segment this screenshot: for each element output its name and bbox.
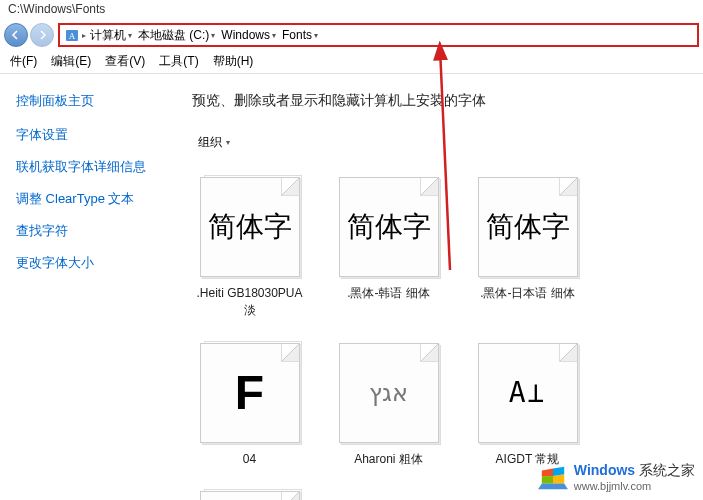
svg-marker-3 bbox=[542, 476, 553, 483]
breadcrumb-label: Fonts bbox=[282, 28, 312, 42]
font-preview-text: 简体字 bbox=[486, 208, 570, 246]
font-thumbnail: אגץ bbox=[339, 343, 439, 443]
sidebar: 控制面板主页 字体设置 联机获取字体详细信息 调整 ClearType 文本 查… bbox=[0, 74, 180, 500]
font-item[interactable]: אגץ Aharoni 粗体 bbox=[331, 343, 446, 468]
menu-edit[interactable]: 编辑(E) bbox=[45, 51, 97, 72]
watermark-suffix: 系统之家 bbox=[639, 462, 695, 478]
font-grid: 简体字 .Heiti GB18030PUA 淡 简体字 .黑体-韩语 细体 简体… bbox=[188, 157, 695, 500]
watermark: Windows 系统之家 www.bjjmlv.com bbox=[538, 462, 695, 492]
font-name: .黑体-韩语 细体 bbox=[347, 285, 430, 302]
chevron-down-icon: ▾ bbox=[314, 31, 318, 40]
breadcrumb-path[interactable]: A ▸ 计算机▾ 本地磁盘 (C:)▾ Windows▾ Fonts▾ bbox=[58, 23, 699, 47]
windows-logo-icon bbox=[538, 463, 568, 491]
main-content: 预览、删除或者显示和隐藏计算机上安装的字体 组织 ▾ 简体字 .Heiti GB… bbox=[180, 74, 703, 500]
font-name: .Heiti GB18030PUA 淡 bbox=[192, 285, 307, 319]
chevron-down-icon: ▾ bbox=[272, 31, 276, 40]
breadcrumb-label: Windows bbox=[221, 28, 270, 42]
sidebar-link-online-info[interactable]: 联机获取字体详细信息 bbox=[16, 158, 164, 176]
watermark-brand: Windows bbox=[574, 462, 635, 478]
font-thumbnail: F bbox=[200, 343, 300, 443]
sidebar-link-font-settings[interactable]: 字体设置 bbox=[16, 126, 164, 144]
page-description: 预览、删除或者显示和隐藏计算机上安装的字体 bbox=[188, 92, 695, 110]
page-fold-icon bbox=[281, 178, 299, 196]
breadcrumb-computer[interactable]: 计算机▾ bbox=[88, 27, 134, 44]
font-preview-text: 简体字 bbox=[208, 208, 292, 246]
page-fold-icon bbox=[559, 344, 577, 362]
font-name: Aharoni 粗体 bbox=[354, 451, 423, 468]
font-name: .黑体-日本语 细体 bbox=[480, 285, 575, 302]
breadcrumb-windows[interactable]: Windows▾ bbox=[219, 28, 278, 42]
font-name: 04 bbox=[243, 451, 256, 468]
font-preview-text: אגץ bbox=[369, 379, 408, 407]
font-thumbnail: 简体字 bbox=[478, 177, 578, 277]
breadcrumb-fonts[interactable]: Fonts▾ bbox=[280, 28, 320, 42]
fonts-folder-icon: A bbox=[64, 27, 80, 43]
font-thumbnail: A⊥ bbox=[478, 343, 578, 443]
page-fold-icon bbox=[420, 344, 438, 362]
forward-button[interactable] bbox=[30, 23, 54, 47]
chevron-down-icon: ▾ bbox=[211, 31, 215, 40]
menu-file[interactable]: 件(F) bbox=[4, 51, 43, 72]
sidebar-title[interactable]: 控制面板主页 bbox=[16, 92, 164, 110]
page-fold-icon bbox=[281, 344, 299, 362]
font-preview-text: F bbox=[235, 365, 264, 420]
watermark-text: Windows 系统之家 www.bjjmlv.com bbox=[574, 462, 695, 492]
window-title: C:\Windows\Fonts bbox=[0, 0, 703, 20]
organize-label: 组织 bbox=[198, 134, 222, 151]
breadcrumb-drive-c[interactable]: 本地磁盘 (C:)▾ bbox=[136, 27, 217, 44]
menu-help[interactable]: 帮助(H) bbox=[207, 51, 260, 72]
svg-marker-7 bbox=[538, 484, 568, 490]
address-bar: A ▸ 计算机▾ 本地磁盘 (C:)▾ Windows▾ Fonts▾ bbox=[0, 20, 703, 50]
font-thumbnail: 简体字 bbox=[339, 177, 439, 277]
font-preview-text: 简体字 bbox=[347, 208, 431, 246]
sidebar-link-cleartype[interactable]: 调整 ClearType 文本 bbox=[16, 190, 164, 208]
chevron-down-icon: ▾ bbox=[226, 138, 230, 147]
font-item[interactable]: F 04 bbox=[192, 343, 307, 468]
font-preview-text: A⊥ bbox=[509, 376, 547, 409]
menu-bar: 件(F) 编辑(E) 查看(V) 工具(T) 帮助(H) bbox=[0, 50, 703, 74]
svg-text:A: A bbox=[69, 31, 76, 41]
page-fold-icon bbox=[281, 492, 299, 500]
chevron-down-icon: ▾ bbox=[128, 31, 132, 40]
font-item[interactable]: 简体字 .黑体-韩语 细体 bbox=[331, 177, 446, 319]
back-button[interactable] bbox=[4, 23, 28, 47]
font-item[interactable]: A⊥ AIGDT 常规 bbox=[470, 343, 585, 468]
menu-view[interactable]: 查看(V) bbox=[99, 51, 151, 72]
nav-buttons bbox=[4, 23, 54, 47]
page-fold-icon bbox=[420, 178, 438, 196]
menu-tools[interactable]: 工具(T) bbox=[153, 51, 204, 72]
sidebar-link-font-size[interactable]: 更改字体大小 bbox=[16, 254, 164, 272]
toolbar: 组织 ▾ bbox=[188, 128, 695, 157]
font-item[interactable]: 简体字 .Heiti GB18030PUA 淡 bbox=[192, 177, 307, 319]
chevron-right-icon: ▸ bbox=[82, 31, 86, 40]
breadcrumb-label: 本地磁盘 (C:) bbox=[138, 27, 209, 44]
breadcrumb-label: 计算机 bbox=[90, 27, 126, 44]
font-thumbnail: 简体字 bbox=[200, 177, 300, 277]
font-item[interactable]: ABG bbox=[192, 491, 307, 500]
watermark-url: www.bjjmlv.com bbox=[574, 480, 695, 492]
organize-button[interactable]: 组织 ▾ bbox=[192, 132, 236, 153]
sidebar-link-find-char[interactable]: 查找字符 bbox=[16, 222, 164, 240]
font-item[interactable]: 简体字 .黑体-日本语 细体 bbox=[470, 177, 585, 319]
page-fold-icon bbox=[559, 178, 577, 196]
body-area: 控制面板主页 字体设置 联机获取字体详细信息 调整 ClearType 文本 查… bbox=[0, 74, 703, 500]
font-thumbnail: ABG bbox=[200, 491, 300, 500]
svg-marker-5 bbox=[542, 469, 553, 476]
